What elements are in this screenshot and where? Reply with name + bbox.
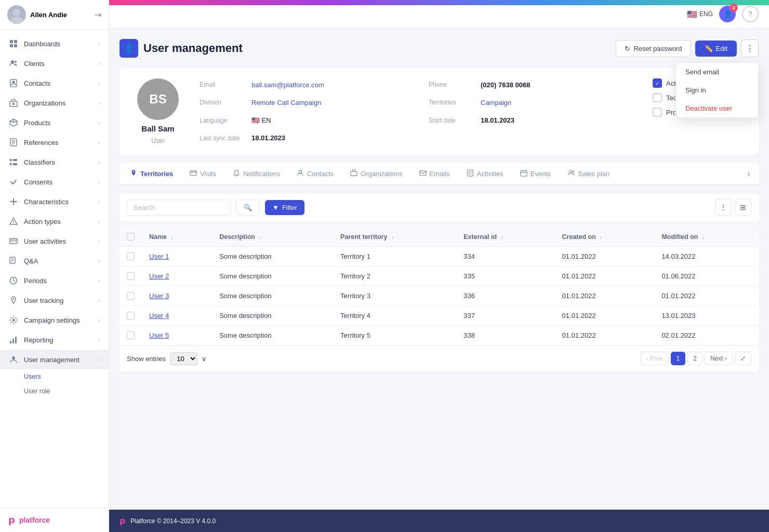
search-button[interactable]: 🔍 [236,200,260,216]
page-2-button[interactable]: 2 [687,352,702,365]
table-body: User 1 Some description Territory 1 334 … [120,247,759,345]
status-checkbox[interactable] [653,108,662,117]
toolbar-right: ⋮ ⊞ [715,199,751,216]
svg-rect-18 [13,159,17,161]
sidebar-item-organizations[interactable]: Organizations › [0,93,109,113]
column-options-button[interactable]: ⋮ [715,199,732,216]
svg-rect-42 [419,171,426,176]
sidebar-item-characteristics[interactable]: Characteristics › [0,192,109,211]
sidebar-item-user_management[interactable]: User management › [0,350,109,369]
tab-sales_plan[interactable]: Sales plan [560,163,618,185]
col-parent-territory[interactable]: Parent territory ↓ [333,227,456,247]
reset-password-button[interactable]: ↻ Reset password [616,40,691,57]
sidebar-item-products[interactable]: Products › [0,113,109,132]
sidebar-sub-item-users[interactable]: Users [0,369,109,384]
sidebar-item-user_activities[interactable]: User activities › [0,231,109,251]
sidebar-item-classifiers[interactable]: Classifiers › [0,152,109,172]
expand-button[interactable]: ⤢ [735,352,751,365]
sidebar-item-references[interactable]: References › [0,132,109,152]
sidebar-username: Allen Andie [30,11,67,19]
col-description[interactable]: Description ↓ [212,227,333,247]
tab-events[interactable]: Events [512,163,560,185]
user-link[interactable]: User 5 [149,331,169,339]
svg-point-40 [299,170,301,173]
user-link[interactable]: User 3 [149,292,169,300]
col-external-id[interactable]: External id ↓ [456,227,554,247]
row-checkbox[interactable] [127,312,135,320]
sidebar-item-qna[interactable]: Q&A › [0,251,109,271]
field-value: Remote Call Campaign [251,99,321,107]
col-name[interactable]: Name ↓ [142,227,212,247]
row-checkbox[interactable] [127,292,135,300]
prev-page-button[interactable]: ‹ Prev [641,352,669,365]
field-value: 18.01.2023 [481,116,514,124]
tab-territories[interactable]: Territories [122,163,181,185]
svg-point-20 [12,201,15,203]
sort-desc-icon: ↓ [259,234,261,240]
more-actions-button[interactable]: ⋮ [741,39,759,57]
periods-icon [8,275,19,286]
field-territories: Territories Campaign [429,96,637,109]
emails-tab-icon [419,169,427,178]
tab-label-emails: Emails [430,170,450,178]
sidebar-item-user_tracking[interactable]: User tracking › [0,290,109,310]
edit-button[interactable]: ✏️ Edit [695,41,737,57]
table-row: User 3 Some description Territory 3 336 … [120,286,759,306]
actions-dropdown: Send email Sign in Deactivate user [675,62,759,118]
row-checkbox[interactable] [127,272,135,280]
send-email-option[interactable]: Send email [676,63,758,81]
help-button[interactable]: ? [742,6,759,22]
row-checkbox[interactable] [127,331,135,339]
deactivate-user-option[interactable]: Deactivate user [676,99,758,117]
chevron-icon-periods: › [98,277,100,284]
select-all-checkbox[interactable] [127,233,135,241]
tab-activities[interactable]: Activities [458,163,512,185]
tab-label-sales_plan: Sales plan [578,170,610,178]
field-label: Language [200,117,246,124]
page-1-button[interactable]: 1 [671,352,686,365]
col-created-on[interactable]: Created on ↓ [555,227,655,247]
edit-icon: ✏️ [705,45,713,52]
tab-organizations[interactable]: Organizations [342,163,410,185]
user-link[interactable]: User 1 [149,252,169,260]
search-input[interactable] [127,200,231,216]
user-link[interactable]: User 2 [149,272,169,280]
status-checkbox[interactable] [653,93,662,102]
chevron-icon-references: › [98,139,100,145]
notification-button[interactable]: 👤 3 [719,6,736,22]
cell-modified-on: 02.01.2022 [654,326,759,345]
territories-tab-icon [130,169,137,178]
svg-rect-19 [13,163,17,165]
col-modified-on[interactable]: Modified on ↓ [654,227,759,247]
grid-view-button[interactable]: ⊞ [735,199,751,216]
tab-emails[interactable]: Emails [411,163,458,185]
row-checkbox[interactable] [127,252,135,260]
sidebar-item-contacts[interactable]: Contacts › [0,73,109,93]
sidebar-sub-item-user_role[interactable]: User role [0,384,109,398]
tab-notifications[interactable]: Notifications [224,163,288,185]
tabs-more-button[interactable]: › [741,164,757,183]
logout-icon[interactable]: ⇥ [95,10,101,20]
sort-parent-icon: ↓ [391,234,394,240]
status-checkbox[interactable]: ✓ [653,78,662,88]
tab-contacts[interactable]: Contacts [288,163,342,185]
sign-in-option[interactable]: Sign in [676,81,758,99]
user-role: User [151,137,164,144]
sidebar-item-reporting[interactable]: Reporting › [0,330,109,350]
sidebar-item-clients[interactable]: Clients › [0,54,109,73]
sidebar-item-campaign_settings[interactable]: Campaign settings › [0,310,109,330]
language-selector[interactable]: 🇺🇸 ENG [687,9,713,19]
cell-external-id: 334 [456,247,554,267]
svg-rect-17 [10,163,12,165]
grid-icon: ⊞ [740,203,746,211]
sidebar-item-dashboards[interactable]: Dashboards › [0,34,109,54]
user-link[interactable]: User 4 [149,312,169,320]
sidebar-item-periods[interactable]: Periods › [0,271,109,290]
sidebar-item-consents[interactable]: Consents › [0,172,109,192]
sidebar-item-action_types[interactable]: Action types › [0,211,109,231]
tab-visits[interactable]: Visits [181,163,224,185]
sidebar-item-label-organizations: Organizations [24,99,65,107]
next-page-button[interactable]: Next › [705,352,733,365]
filter-button[interactable]: ▼ Filter [265,200,304,215]
entries-select[interactable]: 10 25 50 [170,352,197,365]
